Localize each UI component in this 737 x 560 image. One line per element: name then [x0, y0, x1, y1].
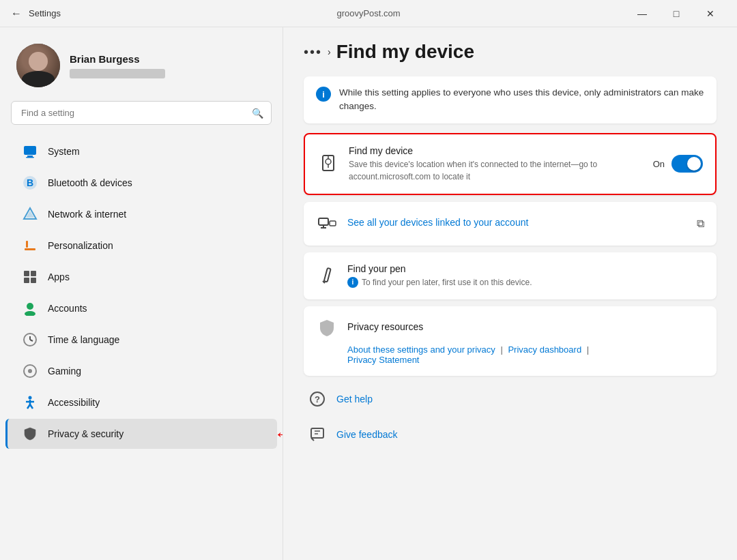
- sidebar-item-time[interactable]: Time & language: [5, 325, 277, 355]
- info-text: While this setting applies to everyone w…: [339, 86, 704, 114]
- svg-rect-7: [25, 248, 35, 250]
- svg-rect-30: [330, 221, 336, 226]
- search-icon: 🔍: [252, 108, 263, 119]
- find-pen-card: Find your pen i To find your pen later, …: [304, 252, 717, 299]
- close-button[interactable]: ✕: [695, 3, 726, 25]
- svg-rect-10: [31, 271, 36, 276]
- titlebar: ← Settings groovyPost.com — □ ✕: [0, 0, 737, 27]
- find-pen-desc: i To find your pen later, first use it o…: [347, 276, 704, 289]
- svg-text:B: B: [27, 177, 33, 188]
- svg-point-20: [29, 396, 32, 400]
- sidebar-item-system[interactable]: System: [5, 136, 277, 166]
- svg-point-13: [27, 303, 33, 310]
- watermark: groovyPost.com: [336, 8, 400, 18]
- svg-rect-8: [26, 241, 28, 248]
- privacy-icon: [22, 426, 38, 442]
- sidebar-item-accessibility[interactable]: Accessibility: [5, 387, 277, 417]
- avatar: [16, 44, 60, 87]
- main-content: ••• › Find my device i While this settin…: [283, 27, 737, 560]
- toggle-on-label: On: [653, 159, 665, 169]
- sidebar-label-personalization: Personalization: [48, 240, 113, 251]
- search-box: 🔍: [11, 101, 272, 125]
- user-profile: Brian Burgess: [0, 38, 283, 101]
- sidebar-item-accounts[interactable]: Accounts: [5, 293, 277, 323]
- bottom-actions: ? Get help Give feedback: [304, 383, 717, 451]
- pen-info-icon: i: [347, 277, 358, 288]
- feedback-icon: [306, 424, 328, 445]
- device-location-icon: [317, 153, 339, 175]
- sidebar-label-bluetooth: Bluetooth & devices: [48, 177, 132, 188]
- external-link-icon: ⧉: [697, 218, 704, 230]
- svg-line-17: [30, 340, 33, 341]
- privacy-resources-card: Privacy resources About these settings a…: [304, 306, 717, 376]
- breadcrumb-chevron: ›: [328, 46, 331, 57]
- pen-icon: [316, 265, 338, 286]
- svg-line-24: [30, 404, 33, 409]
- svg-rect-2: [26, 157, 34, 158]
- maximize-button[interactable]: □: [661, 3, 692, 25]
- user-name: Brian Burgess: [70, 53, 165, 65]
- info-icon: i: [316, 87, 331, 102]
- svg-rect-29: [319, 218, 328, 225]
- sidebar-item-apps[interactable]: Apps: [5, 262, 277, 292]
- give-feedback-link[interactable]: Give feedback: [336, 429, 398, 440]
- arrow-indicator: ←: [274, 424, 283, 445]
- find-pen-title: Find your pen: [347, 263, 704, 274]
- sidebar-item-privacy[interactable]: Privacy & security ←: [5, 419, 277, 449]
- sidebar-item-gaming[interactable]: Gaming: [5, 356, 277, 386]
- svg-rect-0: [24, 146, 36, 155]
- privacy-resources-header: Privacy resources: [316, 317, 423, 339]
- apps-icon: [22, 269, 38, 285]
- privacy-statement-link[interactable]: Privacy Statement: [347, 355, 420, 365]
- sidebar-item-personalization[interactable]: Personalization: [5, 231, 277, 261]
- svg-rect-9: [24, 271, 29, 276]
- about-privacy-link[interactable]: About these settings and your privacy: [347, 344, 495, 355]
- gaming-icon: [22, 363, 38, 379]
- privacy-shield-icon: [316, 317, 338, 339]
- accessibility-icon: [22, 394, 38, 411]
- sidebar-label-time: Time & language: [48, 334, 119, 345]
- privacy-links: About these settings and your privacy | …: [316, 344, 592, 365]
- svg-point-14: [25, 311, 35, 316]
- svg-rect-33: [324, 268, 331, 282]
- get-help-link[interactable]: Get help: [336, 394, 373, 404]
- find-device-toggle[interactable]: [671, 155, 703, 173]
- see-devices-title[interactable]: See all your devices linked to your acco…: [347, 217, 687, 228]
- find-my-device-card: Find my device Save this device's locati…: [304, 133, 717, 195]
- svg-point-26: [326, 159, 331, 164]
- accounts-icon: [22, 300, 38, 316]
- personalization-icon: [22, 237, 38, 254]
- sidebar-label-system: System: [48, 146, 80, 157]
- breadcrumb: ••• › Find my device: [304, 41, 717, 63]
- find-device-desc: Save this device's location when it's co…: [349, 158, 644, 183]
- give-feedback-row: Give feedback: [304, 418, 717, 451]
- sidebar-label-accessibility: Accessibility: [48, 397, 100, 408]
- devices-linked-icon: [316, 213, 338, 235]
- svg-rect-11: [24, 278, 29, 283]
- breadcrumb-dots[interactable]: •••: [304, 44, 322, 60]
- sidebar-label-privacy: Privacy & security: [48, 428, 124, 439]
- search-input[interactable]: [11, 101, 272, 125]
- network-icon: [22, 206, 38, 222]
- get-help-row: ? Get help: [304, 383, 717, 415]
- privacy-resources-title: Privacy resources: [347, 321, 423, 332]
- see-devices-card: See all your devices linked to your acco…: [304, 202, 717, 246]
- sidebar-item-network[interactable]: Network & internet: [5, 199, 277, 229]
- user-email: [70, 69, 165, 78]
- svg-point-19: [28, 369, 32, 373]
- bluetooth-icon: B: [22, 175, 38, 191]
- minimize-button[interactable]: —: [626, 3, 658, 25]
- sidebar-label-apps: Apps: [48, 271, 70, 282]
- sidebar-item-bluetooth[interactable]: B Bluetooth & devices: [5, 168, 277, 198]
- back-button[interactable]: ←: [11, 8, 22, 20]
- sidebar-label-accounts: Accounts: [48, 303, 87, 314]
- sidebar-label-network: Network & internet: [48, 209, 126, 220]
- time-icon: [22, 331, 38, 348]
- find-device-title: Find my device: [349, 145, 644, 156]
- svg-rect-12: [31, 278, 36, 283]
- svg-text:?: ?: [315, 394, 320, 404]
- privacy-dashboard-link[interactable]: Privacy dashboard: [508, 344, 581, 355]
- svg-rect-37: [311, 428, 323, 438]
- sidebar: Brian Burgess 🔍 System B Bluetooth & dev…: [0, 27, 283, 560]
- app-title: Settings: [29, 8, 61, 18]
